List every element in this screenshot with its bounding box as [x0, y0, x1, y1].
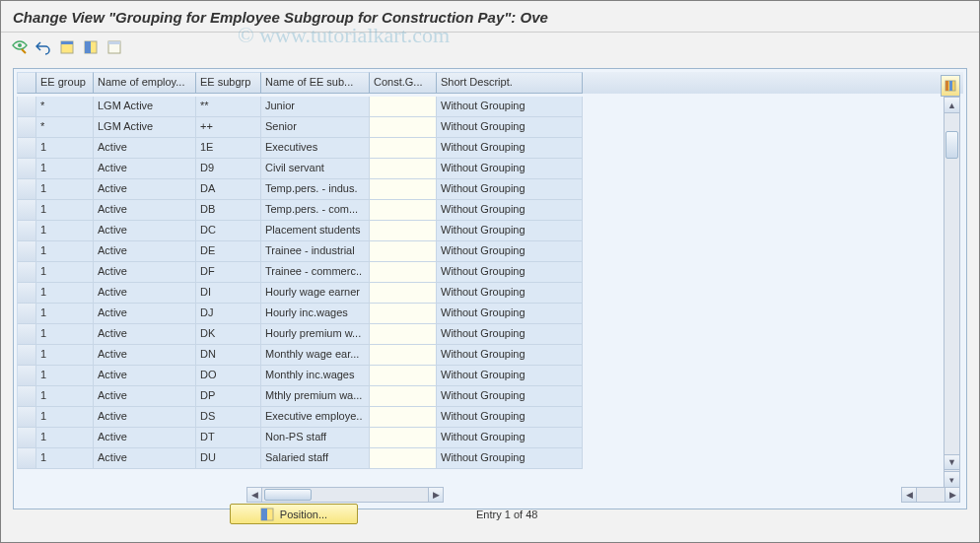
cell-c3: 1E	[196, 138, 261, 159]
table-row: 1ActiveDTNon-PS staffWithout Grouping	[17, 428, 944, 448]
row-selector[interactable]	[17, 304, 36, 324]
cell-c3: DA	[196, 179, 261, 200]
row-selector[interactable]	[17, 241, 36, 262]
row-selector[interactable]	[17, 407, 36, 428]
cell-c6: Without Grouping	[437, 304, 583, 324]
row-selector[interactable]	[17, 386, 36, 407]
horizontal-scrollbar-2[interactable]: ◀ ▶	[901, 487, 960, 503]
cell-c2: Active	[94, 262, 196, 283]
cell-c2: Active	[94, 428, 196, 448]
cell-c4: Senior	[261, 117, 370, 138]
cell-c2: Active	[94, 179, 196, 200]
cell-c5[interactable]	[370, 428, 437, 448]
table-container: EE group Name of employ... EE subgrp Nam…	[13, 68, 967, 509]
scroll-up-button[interactable]: ▲	[945, 98, 959, 113]
hscroll-left-button[interactable]: ◀	[247, 488, 262, 502]
vertical-scrollbar[interactable]: ▲ ▼ ▾	[944, 97, 960, 488]
row-selector[interactable]	[17, 345, 36, 366]
cell-c5[interactable]	[370, 283, 437, 304]
row-selector[interactable]	[17, 262, 36, 283]
cell-c3: DS	[196, 407, 261, 428]
row-selector[interactable]	[17, 448, 36, 469]
hscroll2-right-button[interactable]: ▶	[945, 488, 959, 502]
header-name-employ[interactable]: Name of employ...	[94, 72, 196, 94]
cell-c5[interactable]	[370, 179, 437, 200]
row-selector[interactable]	[17, 283, 36, 304]
cell-c5[interactable]	[370, 304, 437, 324]
table-row: 1ActiveDFTrainee - commerc..Without Grou…	[17, 262, 944, 283]
row-selector[interactable]	[17, 366, 36, 386]
row-selector[interactable]	[17, 159, 36, 179]
row-selector[interactable]	[17, 200, 36, 221]
hscroll2-left-button[interactable]: ◀	[902, 488, 917, 502]
cell-c2: Active	[94, 283, 196, 304]
scroll-end-button[interactable]: ▾	[945, 471, 959, 487]
row-selector[interactable]	[17, 428, 36, 448]
cell-c3: DN	[196, 345, 261, 366]
cell-c3: D9	[196, 159, 261, 179]
cell-c3: DB	[196, 200, 261, 221]
cell-c5[interactable]	[370, 117, 437, 138]
cell-c2: Active	[94, 366, 196, 386]
table-row: *LGM Active++SeniorWithout Grouping	[17, 117, 944, 138]
position-button[interactable]: Position...	[230, 504, 358, 524]
cell-c5[interactable]	[370, 159, 437, 179]
row-selector[interactable]	[17, 138, 36, 159]
row-selector[interactable]	[17, 97, 36, 117]
cell-c2: Active	[94, 324, 196, 345]
cell-c2: Active	[94, 448, 196, 469]
cell-c4: Civil servant	[261, 159, 370, 179]
cell-c5[interactable]	[370, 448, 437, 469]
cell-c5[interactable]	[370, 241, 437, 262]
cell-c4: Trainee - commerc..	[261, 262, 370, 283]
cell-c2: LGM Active	[94, 117, 196, 138]
deselect-all-button[interactable]	[104, 36, 125, 58]
row-selector[interactable]	[17, 221, 36, 241]
select-block-button[interactable]	[80, 36, 102, 58]
cell-c5[interactable]	[370, 345, 437, 366]
cell-c5[interactable]	[370, 324, 437, 345]
header-name-ee-sub[interactable]: Name of EE sub...	[261, 72, 370, 94]
header-row-selector[interactable]	[17, 72, 36, 94]
cell-c5[interactable]	[370, 262, 437, 283]
toggle-display-change-button[interactable]	[9, 36, 31, 58]
hscroll-thumb[interactable]	[264, 489, 312, 501]
cell-c4: Executive employe..	[261, 407, 370, 428]
cell-c3: DF	[196, 262, 261, 283]
header-short-descript[interactable]: Short Descript.	[437, 72, 583, 94]
table-row: 1ActiveDBTemp.pers. - com...Without Grou…	[17, 200, 944, 221]
cell-c5[interactable]	[370, 138, 437, 159]
cell-c2: Active	[94, 221, 196, 241]
scroll-down-button[interactable]: ▼	[945, 454, 959, 470]
cell-c6: Without Grouping	[437, 179, 583, 200]
row-selector[interactable]	[17, 324, 36, 345]
cell-c3: DI	[196, 283, 261, 304]
cell-c5[interactable]	[370, 386, 437, 407]
scroll-thumb[interactable]	[945, 131, 958, 159]
cell-c5[interactable]	[370, 221, 437, 241]
cell-c2: Active	[94, 241, 196, 262]
header-ee-subgrp[interactable]: EE subgrp	[196, 72, 261, 94]
cell-c5[interactable]	[370, 407, 437, 428]
cell-c1: 1	[36, 324, 94, 345]
cell-c5[interactable]	[370, 366, 437, 386]
cell-c6: Without Grouping	[437, 448, 583, 469]
cell-c4: Temp.pers. - indus.	[261, 179, 370, 200]
header-ee-group[interactable]: EE group	[36, 72, 94, 94]
select-all-button[interactable]	[56, 36, 78, 58]
cell-c6: Without Grouping	[437, 241, 583, 262]
row-selector[interactable]	[17, 179, 36, 200]
table-row: 1ActiveDCPlacement studentsWithout Group…	[17, 221, 944, 241]
row-selector[interactable]	[17, 117, 36, 138]
table-configure-button[interactable]	[941, 75, 960, 97]
cell-c4: Mthly premium wa...	[261, 386, 370, 407]
horizontal-scrollbar-1[interactable]: ◀ ▶	[246, 487, 444, 503]
cell-c5[interactable]	[370, 97, 437, 117]
header-const-g[interactable]: Const.G...	[370, 72, 437, 94]
cell-c6: Without Grouping	[437, 283, 583, 304]
hscroll-right-button[interactable]: ▶	[428, 488, 443, 502]
cell-c2: LGM Active	[94, 97, 196, 117]
cell-c5[interactable]	[370, 200, 437, 221]
undo-button[interactable]	[33, 36, 54, 58]
cell-c3: DT	[196, 428, 261, 448]
